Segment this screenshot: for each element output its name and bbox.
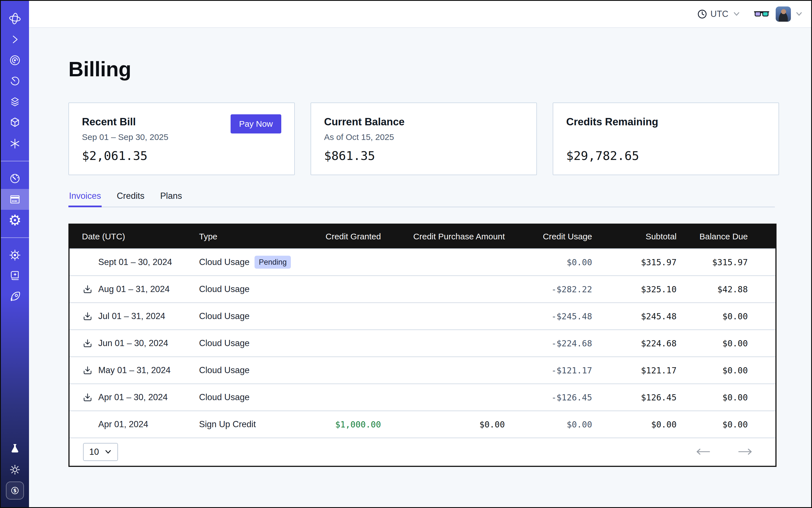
next-page-button[interactable] <box>737 448 754 456</box>
column-header-credit-usage: Credit Usage <box>512 232 599 241</box>
invoice-date: Apr 01 – 30, 2024 <box>98 392 168 403</box>
book-sparkle-icon <box>9 270 21 282</box>
credit-usage-value: $0.00 <box>512 257 599 267</box>
page-size-select[interactable]: 10 <box>83 443 118 461</box>
column-header-date: Date (UTC) <box>70 232 199 241</box>
credit-purchase-value: $0.00 <box>388 420 512 429</box>
status-badge: Pending <box>255 256 291 269</box>
tab-invoices[interactable]: Invoices <box>69 191 102 207</box>
pay-now-button[interactable]: Pay Now <box>230 114 281 133</box>
card-subtitle: As of Oct 15, 2025 <box>324 132 523 142</box>
invoice-date: Jul 01 – 31, 2024 <box>98 311 165 321</box>
page-size-value: 10 <box>89 447 99 457</box>
credit-usage-value: -$126.45 <box>512 392 599 403</box>
sidebar-item-expand[interactable] <box>1 29 29 50</box>
credit-usage-value: -$282.22 <box>512 285 599 294</box>
table-row: Sept 01 – 30, 2024 Cloud UsagePending $0… <box>70 248 775 276</box>
invoice-date: Apr 01, 2024 <box>98 419 148 429</box>
table-pagination: 10 <box>70 437 775 466</box>
flask-icon <box>9 443 21 455</box>
asterisk-icon <box>9 137 21 150</box>
card-title: Current Balance <box>324 116 523 128</box>
table-row: Jun 01 – 30, 2024 Cloud Usage -$224.68 $… <box>70 330 775 356</box>
download-invoice-icon[interactable] <box>82 284 93 295</box>
balance-due-value: $0.00 <box>683 366 775 375</box>
main-area: UTC Billing Recent Bill <box>29 1 811 507</box>
column-header-type: Type <box>199 232 317 241</box>
sidebar-item-cube[interactable] <box>1 112 29 133</box>
dollar-badge-button[interactable]: $ <box>6 481 24 500</box>
subtotal-value: $325.10 <box>599 285 683 294</box>
current-balance-card: Current Balance As of Oct 15, 2025 $861.… <box>310 102 537 175</box>
sidebar-item-credits[interactable]: $ <box>1 480 29 501</box>
recent-bill-card: Recent Bill Sep 01 – Sep 30, 2025 $2,061… <box>69 102 295 175</box>
tab-credits[interactable]: Credits <box>116 191 145 207</box>
sun-icon <box>9 464 21 476</box>
arrow-left-icon <box>695 448 711 455</box>
recent-bill-amount: $2,061.35 <box>82 149 147 163</box>
download-invoice-icon[interactable] <box>82 365 93 376</box>
topbar: UTC <box>29 1 811 28</box>
svg-text:$: $ <box>13 488 16 493</box>
subtotal-value: $224.68 <box>599 338 683 348</box>
invoice-date: May 01 – 31, 2024 <box>98 365 171 375</box>
page-title: Billing <box>69 57 779 81</box>
arrow-right-icon <box>737 448 754 455</box>
sidebar-item-asterisk[interactable] <box>1 133 29 154</box>
sidebar: ⚙ <box>1 1 29 507</box>
layers-icon <box>9 96 21 108</box>
sidebar-item-settings[interactable]: ⚙ <box>1 210 29 230</box>
previous-page-button[interactable] <box>695 448 711 456</box>
download-invoice-icon[interactable] <box>82 311 93 322</box>
helm-wheel-icon <box>9 249 21 261</box>
invoice-type: Cloud Usage <box>199 338 250 348</box>
sidebar-item-docs[interactable] <box>1 265 29 286</box>
account-menu-button[interactable] <box>795 11 803 17</box>
credits-remaining-card: Credits Remaining $29,782.65 <box>553 102 779 175</box>
sidebar-item-theme[interactable] <box>1 459 29 480</box>
credits-remaining-amount: $29,782.65 <box>566 149 639 163</box>
clock-icon <box>697 9 707 19</box>
download-invoice-icon[interactable] <box>82 338 93 349</box>
table-row: Apr 01 – 30, 2024 Cloud Usage -$126.45 $… <box>70 384 775 411</box>
card-subtitle: Sep 01 – Sep 30, 2025 <box>82 132 281 142</box>
invoices-table: Date (UTC) Type Credit Granted Credit Pu… <box>69 223 776 467</box>
invoice-type: Cloud Usage <box>199 311 250 321</box>
timezone-dropdown-button[interactable] <box>732 11 741 17</box>
invoice-type: Cloud Usage <box>199 257 250 267</box>
iris-icon <box>9 54 21 67</box>
table-row: Jul 01 – 31, 2024 Cloud Usage -$245.48 $… <box>70 302 775 330</box>
timezone-label: UTC <box>710 9 728 19</box>
sidebar-divider <box>1 161 29 161</box>
balance-due-value: $0.00 <box>683 311 775 321</box>
sidebar-item-billing[interactable] <box>1 189 29 210</box>
glasses-icon[interactable] <box>754 9 769 18</box>
summary-cards: Recent Bill Sep 01 – Sep 30, 2025 $2,061… <box>69 102 779 175</box>
tab-plans[interactable]: Plans <box>160 191 183 207</box>
credit-granted-value: $1,000.00 <box>317 420 388 429</box>
sidebar-item-logo[interactable] <box>1 8 29 29</box>
balance-due-value: $315.97 <box>683 257 775 267</box>
sidebar-item-helm[interactable] <box>1 245 29 265</box>
invoice-type: Cloud Usage <box>199 365 250 375</box>
subtotal-value: $0.00 <box>599 420 683 429</box>
user-avatar[interactable] <box>776 6 791 22</box>
download-invoice-icon[interactable] <box>82 392 93 403</box>
invoice-date: Aug 01 – 31, 2024 <box>98 284 170 294</box>
balance-due-value: $0.00 <box>683 420 775 429</box>
balance-due-value: $42.88 <box>683 285 775 294</box>
sidebar-item-history[interactable] <box>1 71 29 91</box>
cube-icon <box>9 117 21 129</box>
sidebar-item-layers[interactable] <box>1 91 29 112</box>
sidebar-item-labs[interactable] <box>1 438 29 459</box>
credit-usage-value: $0.00 <box>512 420 599 429</box>
gear-icon: ⚙ <box>8 213 22 227</box>
sidebar-item-usage[interactable] <box>1 168 29 189</box>
column-header-credit-purchase: Credit Purchase Amount <box>388 232 512 241</box>
billing-tabs: Invoices Credits Plans <box>69 191 779 207</box>
sidebar-item-launch[interactable] <box>1 286 29 307</box>
subtotal-value: $126.45 <box>599 392 683 403</box>
invoice-date: Jun 01 – 30, 2024 <box>98 338 168 348</box>
credit-usage-value: -$121.17 <box>512 366 599 375</box>
sidebar-item-observe[interactable] <box>1 50 29 71</box>
